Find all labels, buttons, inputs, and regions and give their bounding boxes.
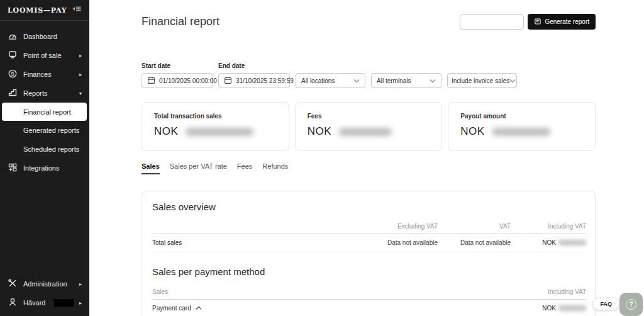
terminals-select[interactable]: All terminals xyxy=(371,73,441,88)
including-vat-value: NOK xyxy=(511,239,586,246)
redacted-amount xyxy=(186,128,253,136)
sidebar-item-label: Financial report xyxy=(23,108,71,116)
start-date-group: Start date 01/10/2025 00:00:00 xyxy=(142,62,213,88)
tab-sales-per-vat-rate[interactable]: Sales per VAT rate xyxy=(170,162,227,174)
sales-per-payment-method-header: Sales Including VAT xyxy=(152,288,586,295)
including-vat-value: NOK xyxy=(511,305,586,312)
sidebar-item-user[interactable]: Håvard ▸ xyxy=(0,293,89,312)
card-value: NOK xyxy=(308,125,442,138)
sidebar-item-label: Generated reports xyxy=(23,127,79,134)
redacted-amount xyxy=(339,128,392,136)
report-name-input[interactable] xyxy=(460,14,524,30)
chevron-down-icon xyxy=(353,77,360,84)
sidebar-header: LOOMIS—PAY xyxy=(0,0,89,21)
main-content: Financial report Generate report Start d… xyxy=(89,0,644,316)
summary-cards: Total transaction sales NOK Fees NOK Pay… xyxy=(142,102,596,151)
calendar-icon xyxy=(224,76,232,86)
start-date-value: 01/10/2025 00:00:00 xyxy=(159,77,217,84)
page-title: Financial report xyxy=(142,15,219,28)
invoice-sales-select[interactable]: Include invoice sales xyxy=(447,73,517,88)
currency-label: NOK xyxy=(308,125,331,138)
redacted-user-surname xyxy=(54,299,74,307)
row-label: Payment card xyxy=(152,305,191,312)
finances-icon: S xyxy=(8,69,18,80)
sales-report-card: Sales overview Excluding VAT VAT Includi… xyxy=(142,191,596,316)
tab-fees[interactable]: Fees xyxy=(237,162,252,174)
generate-report-button[interactable]: Generate report xyxy=(528,14,596,30)
sidebar-item-point-of-sale[interactable]: Point of sale ▸ xyxy=(0,46,89,65)
redacted-amount xyxy=(558,240,586,245)
table-row-total-sales: Total sales Data not available Data not … xyxy=(152,234,586,252)
excluding-vat-value: Data not available xyxy=(337,239,438,246)
sidebar-item-dashboard[interactable]: Dashboard xyxy=(0,27,89,46)
chevron-down-icon xyxy=(430,77,436,84)
row-label: Total sales xyxy=(152,239,337,246)
generate-report-label: Generate report xyxy=(545,18,589,25)
sidebar-item-administration[interactable]: Administration ▸ xyxy=(0,274,89,293)
sidebar-item-finances[interactable]: S Finances ▸ xyxy=(0,65,89,84)
report-tabs: Sales Sales per VAT rate Fees Refunds xyxy=(142,162,596,174)
chevron-up-icon xyxy=(196,305,202,312)
card-label: Total transaction sales xyxy=(154,113,289,120)
currency-label: NOK xyxy=(542,239,556,246)
sales-overview-header: Excluding VAT VAT Including VAT xyxy=(152,223,586,230)
pos-terminal-icon xyxy=(8,50,18,61)
sidebar-item-label: Administration xyxy=(23,280,67,288)
page-header: Financial report Generate report xyxy=(142,0,596,30)
redacted-amount xyxy=(492,128,550,136)
filters-row: Start date 01/10/2025 00:00:00 End date xyxy=(142,62,596,88)
redacted-amount xyxy=(558,305,586,311)
total-transaction-sales-card: Total transaction sales NOK xyxy=(142,102,289,151)
currency-label: NOK xyxy=(154,125,178,138)
sidebar-item-label: Scheduled reports xyxy=(23,145,79,153)
invoice-sales-selected-value: Include invoice sales xyxy=(452,77,509,84)
sidebar-item-label: Point of sale xyxy=(23,52,62,59)
integrations-icon xyxy=(8,162,18,174)
reports-icon xyxy=(8,87,18,99)
chevron-right-icon: ▸ xyxy=(79,72,82,77)
sidebar-bottom: Administration ▸ Håvard ▸ xyxy=(0,274,89,316)
dashboard-icon xyxy=(8,31,18,42)
calendar-icon xyxy=(147,76,155,86)
sidebar-item-reports[interactable]: Reports ▾ xyxy=(0,84,89,103)
sidebar-item-integrations[interactable]: Integrations xyxy=(0,159,89,178)
faq-button[interactable]: FAQ xyxy=(593,298,619,310)
sales-overview-title: Sales overview xyxy=(152,201,586,212)
currency-label: NOK xyxy=(542,305,556,312)
sidebar-item-label: Finances xyxy=(23,71,52,78)
col-including-vat: Including VAT xyxy=(511,223,586,230)
user-name-label: Håvard xyxy=(23,299,45,307)
col-vat: VAT xyxy=(438,223,511,230)
chevron-right-icon: ▸ xyxy=(79,53,82,59)
tab-sales[interactable]: Sales xyxy=(142,162,160,174)
payment-card-row-toggle[interactable]: Payment card xyxy=(152,305,511,312)
card-label: Fees xyxy=(308,113,442,120)
col-including-vat: Including VAT xyxy=(548,288,586,295)
sidebar-item-label: Dashboard xyxy=(23,33,57,40)
col-excluding-vat: Excluding VAT xyxy=(337,223,438,230)
sidebar: LOOMIS—PAY Dashboard xyxy=(0,0,89,316)
chevron-down-icon: ▾ xyxy=(79,91,82,96)
col-sales: Sales xyxy=(152,288,168,295)
end-date-input[interactable]: 31/10/2025 23:59:59 xyxy=(218,73,290,88)
sidebar-item-generated-reports[interactable]: Generated reports xyxy=(0,121,89,140)
end-date-group: End date 31/10/2025 23:59:59 xyxy=(218,62,290,88)
currency-label: NOK xyxy=(460,125,484,138)
start-date-label: Start date xyxy=(142,62,213,69)
locations-select[interactable]: All locations xyxy=(296,73,365,88)
tab-refunds[interactable]: Refunds xyxy=(262,162,288,174)
card-label: Payout amount xyxy=(460,113,595,120)
payout-amount-card: Payout amount NOK xyxy=(448,102,596,151)
loomis-pay-logo: LOOMIS—PAY xyxy=(8,6,67,14)
sidebar-item-scheduled-reports[interactable]: Scheduled reports xyxy=(0,140,89,159)
sidebar-item-label: Reports xyxy=(23,89,48,97)
table-row-payment-card: Payment card NOK xyxy=(152,300,586,316)
terminals-selected-value: All terminals xyxy=(377,77,411,84)
start-date-input[interactable]: 01/10/2025 00:00:00 xyxy=(142,73,213,88)
sidebar-item-financial-report[interactable]: Financial report xyxy=(2,103,87,121)
report-document-icon xyxy=(534,18,541,26)
user-icon xyxy=(8,297,18,308)
help-button[interactable]: ? xyxy=(619,293,643,316)
sidebar-collapse-icon[interactable] xyxy=(72,4,82,16)
card-value: NOK xyxy=(460,125,595,138)
